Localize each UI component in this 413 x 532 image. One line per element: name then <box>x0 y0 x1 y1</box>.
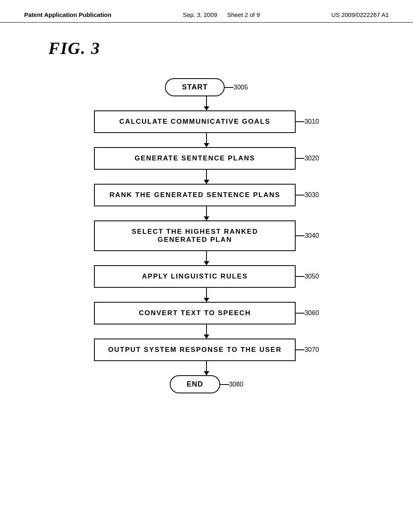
arrow-5 <box>206 251 207 265</box>
start-row: START 3005 <box>165 78 248 96</box>
step-3030-label: RANK THE GENERATED SENTENCE PLANS <box>109 191 280 199</box>
step-3020-ref-line: 3020 <box>296 155 319 162</box>
step-3040-ref: 3040 <box>305 232 319 239</box>
step-3050-ref-horiz <box>296 276 305 277</box>
arrow-3 <box>206 170 207 184</box>
step-3070-ref-line: 3070 <box>296 346 319 353</box>
end-ref: 3080 <box>229 381 244 388</box>
start-ref-horiz <box>225 87 234 88</box>
step-3010-row: CALCULATE COMMUNICATIVE GOALS 3010 <box>94 110 319 133</box>
step-3060-label: CONVERT TEXT TO SPEECH <box>139 309 251 317</box>
arrow-2 <box>206 133 207 147</box>
step-3010-ref-line: 3010 <box>296 118 319 125</box>
arrow-8 <box>206 361 207 375</box>
step-3050-ref-line: 3050 <box>296 273 319 280</box>
step-3030-box: RANK THE GENERATED SENTENCE PLANS <box>94 184 296 206</box>
step-3050-ref: 3050 <box>305 273 319 280</box>
step-3010-ref-horiz <box>296 121 305 122</box>
step-3040-ref-horiz <box>296 235 305 236</box>
step-3050-label: APPLY LINGUISTIC RULES <box>142 272 248 280</box>
step-3040-box: SELECT THE HIGHEST RANKED GENERATED PLAN <box>94 220 296 251</box>
start-ref-line: 3005 <box>225 84 248 91</box>
end-box: END <box>170 375 220 393</box>
arrow-6 <box>206 288 207 302</box>
step-3070-row: OUTPUT SYSTEM RESPONSE TO THE USER 3070 <box>94 339 319 361</box>
step-3040-label: SELECT THE HIGHEST RANKED GENERATED PLAN <box>131 228 258 243</box>
step-3030-ref-horiz <box>296 195 305 195</box>
start-box: START <box>165 78 225 96</box>
step-3050-row: APPLY LINGUISTIC RULES 3050 <box>94 265 319 288</box>
step-3040-ref-line: 3040 <box>296 232 319 239</box>
end-row: END 3080 <box>170 375 244 393</box>
page: Patent Application Publication Sep. 3, 2… <box>0 0 413 532</box>
step-3070-ref-horiz <box>296 349 305 350</box>
step-3060-ref-line: 3060 <box>296 310 319 317</box>
step-3020-ref: 3020 <box>305 155 319 162</box>
end-ref-horiz <box>220 384 229 385</box>
date-sheet: Sep. 3, 2009 Sheet 2 of 9 <box>183 11 260 18</box>
step-3010-label: CALCULATE COMMUNICATIVE GOALS <box>119 118 271 125</box>
step-3070-ref: 3070 <box>305 346 319 353</box>
step-3030-row: RANK THE GENERATED SENTENCE PLANS 3030 <box>94 184 319 206</box>
sheet-number: Sheet 2 of 9 <box>227 11 260 18</box>
content-area: FIG. 3 START 3005 CALCULATE COMMUNICATIV… <box>0 23 413 409</box>
patent-number: US 2009/0222267 A1 <box>331 11 389 18</box>
step-3050-box: APPLY LINGUISTIC RULES <box>94 265 296 288</box>
page-header: Patent Application Publication Sep. 3, 2… <box>0 0 413 23</box>
flowchart: START 3005 CALCULATE COMMUNICATIVE GOALS… <box>24 78 389 393</box>
arrow-1 <box>206 96 207 110</box>
start-label: START <box>182 83 208 91</box>
step-3060-box: CONVERT TEXT TO SPEECH <box>94 302 296 324</box>
step-3060-ref-horiz <box>296 313 305 314</box>
end-label: END <box>187 380 203 388</box>
step-3020-row: GENERATE SENTENCE PLANS 3020 <box>94 147 319 170</box>
step-3060-row: CONVERT TEXT TO SPEECH 3060 <box>94 302 319 324</box>
arrow-7 <box>206 324 207 339</box>
step-3020-ref-horiz <box>296 158 305 159</box>
step-3030-ref-line: 3030 <box>296 191 319 199</box>
step-3010-box: CALCULATE COMMUNICATIVE GOALS <box>94 110 296 133</box>
date: Sep. 3, 2009 <box>183 11 217 18</box>
step-3030-ref: 3030 <box>305 191 319 199</box>
step-3060-ref: 3060 <box>305 310 319 317</box>
figure-title: FIG. 3 <box>48 39 100 58</box>
step-3020-label: GENERATE SENTENCE PLANS <box>135 154 255 162</box>
step-3020-box: GENERATE SENTENCE PLANS <box>94 147 296 170</box>
step-3040-row: SELECT THE HIGHEST RANKED GENERATED PLAN… <box>94 220 319 251</box>
start-ref: 3005 <box>234 84 248 91</box>
step-3070-label: OUTPUT SYSTEM RESPONSE TO THE USER <box>108 346 282 353</box>
step-3070-box: OUTPUT SYSTEM RESPONSE TO THE USER <box>94 339 296 361</box>
arrow-4 <box>206 206 207 220</box>
step-3010-ref: 3010 <box>305 118 319 125</box>
publication-label: Patent Application Publication <box>24 11 111 18</box>
end-ref-line: 3080 <box>220 381 244 388</box>
